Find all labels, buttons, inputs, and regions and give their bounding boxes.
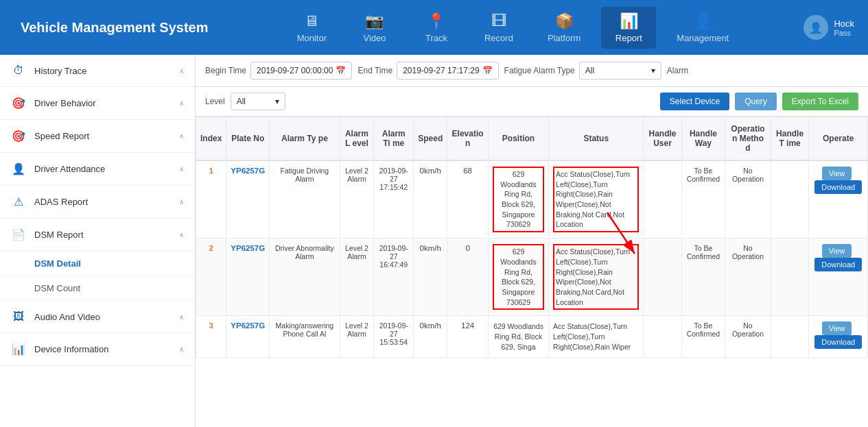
plate-cell: YP6257G xyxy=(226,316,270,358)
begin-time-group: Begin Time 2019-09-27 00:00:00 📅 xyxy=(205,62,352,80)
level-select[interactable]: All ▾ xyxy=(231,93,285,110)
nav-item-track[interactable]: 📍 Track xyxy=(409,7,464,49)
handle-way-cell: To Be Confirmed xyxy=(681,239,725,316)
operation-method-cell: No Operation xyxy=(725,316,771,358)
chevron-icon-3: ∧ xyxy=(179,165,184,173)
app-title: Vehicle Management System xyxy=(7,20,222,36)
end-time-value: 2019-09-27 17:17:29 xyxy=(403,66,479,75)
speed-cell: 0km/h xyxy=(414,239,447,316)
status-cell: Acc Status(Close),Turn Left(Close),Turn … xyxy=(549,239,644,316)
view-button[interactable]: View xyxy=(822,167,852,180)
col-status: Status xyxy=(549,117,644,161)
filter-bar-row2: Level All ▾ Select Device Query Export T… xyxy=(196,87,868,117)
alarm-label: Alarm xyxy=(667,66,688,75)
col-alarm-type: Alarm Ty pe xyxy=(270,117,340,161)
elevation-cell: 68 xyxy=(447,160,489,239)
handle-time-cell xyxy=(771,160,809,239)
sidebar-item-dsm-detail[interactable]: DSM Detail xyxy=(0,252,195,276)
nav-label-management: Management xyxy=(677,33,729,43)
select-device-button[interactable]: Select Device xyxy=(660,93,729,110)
sidebar-item-speed-report[interactable]: 🎯 Speed Report ∧ xyxy=(0,120,195,153)
chevron-icon-5: ∧ xyxy=(179,231,184,239)
nav-label-report: Report xyxy=(615,33,642,43)
sidebar-item-adas-report[interactable]: ⚠ ADAS Report ∧ xyxy=(0,186,195,219)
nav-item-record[interactable]: 🎞 Record xyxy=(471,7,527,49)
col-handle-way: Handle Way xyxy=(681,117,725,161)
speed-report-icon: 🎯 xyxy=(11,130,26,143)
operation-method-cell: No Operation xyxy=(725,160,771,239)
device-info-icon: 📊 xyxy=(11,343,26,356)
download-button[interactable]: Download xyxy=(814,180,862,194)
handle-way-cell: To Be Confirmed xyxy=(681,160,725,239)
fatigue-alarm-select[interactable]: All ▾ xyxy=(579,62,661,80)
sidebar-item-history-trace[interactable]: ⏱ History Trace ∧ xyxy=(0,55,195,87)
dropdown-icon-2: ▾ xyxy=(275,97,279,106)
top-navigation: Vehicle Management System 🖥 Monitor 📷 Vi… xyxy=(0,0,868,55)
position-cell: 629 Woodlands Ring Rd, Block 629, Singap… xyxy=(489,239,549,316)
sidebar-item-driver-attendance[interactable]: 👤 Driver Attendance ∧ xyxy=(0,153,195,186)
nav-item-management[interactable]: 👤 Management xyxy=(663,7,742,49)
col-operate: Operate xyxy=(809,117,868,161)
nav-items: 🖥 Monitor 📷 Video 📍 Track 🎞 Record 📦 Pla… xyxy=(222,7,804,49)
status-cell: Acc Status(Close),Turn Left(Close),Turn … xyxy=(549,160,644,239)
driver-attendance-icon: 👤 xyxy=(11,162,26,175)
col-handle-time: Handle T ime xyxy=(771,117,809,161)
video-icon: 📷 xyxy=(365,12,384,30)
data-table: Index Plate No Alarm Ty pe Alarm L evel … xyxy=(196,117,868,358)
chevron-icon-7: ∧ xyxy=(179,345,184,353)
col-alarm-time: Alarm Ti me xyxy=(374,117,414,161)
avatar: 👤 xyxy=(804,15,828,40)
adas-report-icon: ⚠ xyxy=(11,195,26,208)
fatigue-alarm-value: All xyxy=(585,66,594,75)
operate-cell: View Download xyxy=(809,239,868,316)
handle-user-cell xyxy=(644,316,681,358)
nav-item-platform[interactable]: 📦 Platform xyxy=(534,7,594,49)
filter-bar-row1: Begin Time 2019-09-27 00:00:00 📅 End Tim… xyxy=(196,55,868,87)
history-trace-icon: ⏱ xyxy=(11,64,26,77)
nav-label-video: Video xyxy=(363,33,386,43)
view-button[interactable]: View xyxy=(822,321,852,335)
index-cell: 1 xyxy=(196,160,226,239)
plate-cell: YP6257G xyxy=(226,239,270,316)
driver-behavior-icon: 🎯 xyxy=(11,97,26,110)
begin-time-input[interactable]: 2019-09-27 00:00:00 📅 xyxy=(250,62,352,80)
sidebar-item-dsm-count[interactable]: DSM Count xyxy=(0,276,195,301)
sidebar-item-driver-behavior[interactable]: 🎯 Driver Behavior ∧ xyxy=(0,87,195,120)
col-plate: Plate No xyxy=(226,117,270,161)
sidebar-item-audio-video[interactable]: 🖼 Audio And Video ∧ xyxy=(0,301,195,333)
export-excel-button[interactable]: Export To Excel xyxy=(782,93,858,110)
sidebar-item-dsm-report[interactable]: 📄 DSM Report ∧ xyxy=(0,219,195,252)
nav-item-monitor[interactable]: 🖥 Monitor xyxy=(283,7,340,49)
position-cell: 629 Woodlands Ring Rd, Block 629, Singap… xyxy=(489,160,549,239)
nav-item-report[interactable]: 📊 Report xyxy=(601,7,656,49)
query-button[interactable]: Query xyxy=(735,93,777,110)
download-button[interactable]: Download xyxy=(814,258,862,271)
elevation-cell: 124 xyxy=(447,316,489,358)
nav-label-platform: Platform xyxy=(548,33,580,43)
level-label: Level xyxy=(205,97,225,106)
col-index: Index xyxy=(196,117,226,161)
chevron-icon-4: ∧ xyxy=(179,198,184,206)
handle-way-cell: To Be Confirmed xyxy=(681,316,725,358)
alarm-level-cell: Level 2 Alarm xyxy=(340,160,374,239)
audio-video-icon: 🖼 xyxy=(11,310,26,323)
table-row: 2 YP6257G Driver Abnormality Alarm Level… xyxy=(196,239,868,316)
nav-label-monitor: Monitor xyxy=(297,33,327,43)
table-row: 3 YP6257G Making/answering Phone Call Al… xyxy=(196,316,868,358)
nav-item-video[interactable]: 📷 Video xyxy=(347,7,402,49)
handle-time-cell xyxy=(771,316,809,358)
sidebar-item-device-info[interactable]: 📊 Device Information ∧ xyxy=(0,333,195,366)
nav-label-track: Track xyxy=(425,33,447,43)
fatigue-alarm-label: Fatigue Alarm Type xyxy=(504,66,575,75)
content-area: Begin Time 2019-09-27 00:00:00 📅 End Tim… xyxy=(196,55,868,427)
chevron-icon-2: ∧ xyxy=(179,132,184,140)
download-button[interactable]: Download xyxy=(814,335,862,349)
end-time-input[interactable]: 2019-09-27 17:17:29 📅 xyxy=(397,62,498,80)
main-layout: ⏱ History Trace ∧ 🎯 Driver Behavior ∧ 🎯 … xyxy=(0,55,868,427)
begin-time-value: 2019-09-27 00:00:00 xyxy=(257,66,333,75)
sidebar: ⏱ History Trace ∧ 🎯 Driver Behavior ∧ 🎯 … xyxy=(0,55,196,427)
view-button[interactable]: View xyxy=(822,244,852,258)
table-container: Index Plate No Alarm Ty pe Alarm L evel … xyxy=(196,117,868,427)
plate-cell: YP6257G xyxy=(226,160,270,239)
col-position: Position xyxy=(489,117,549,161)
